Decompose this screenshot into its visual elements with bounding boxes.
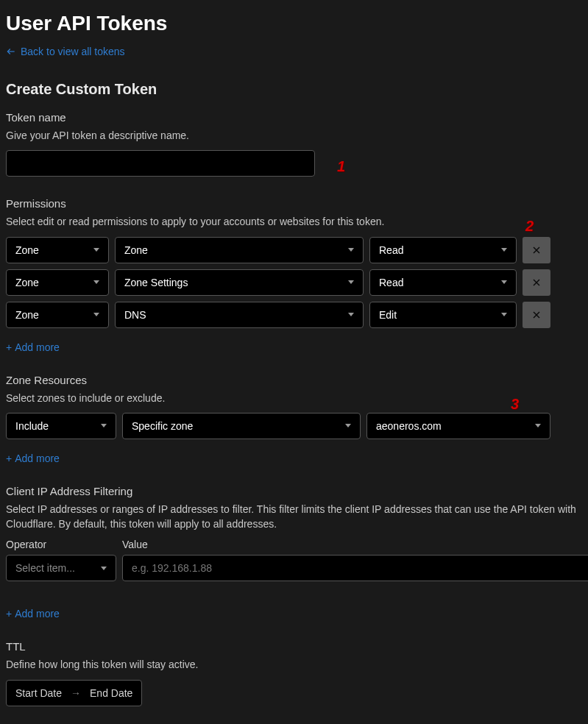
- ttl-start-label: Start Date: [15, 687, 62, 699]
- permission-action-select[interactable]: Read: [369, 237, 517, 263]
- permissions-desc: Select edit or read permissions to apply…: [6, 214, 582, 229]
- arrow-right-icon: →: [71, 687, 81, 699]
- plus-icon: +: [6, 452, 12, 464]
- close-icon: [531, 277, 542, 288]
- value-column-label: Value: [122, 539, 580, 550]
- back-link[interactable]: Back to view all tokens: [6, 46, 125, 57]
- add-more-label: Add more: [15, 341, 60, 353]
- zone-mode-select[interactable]: Include: [6, 413, 116, 439]
- add-permission-button[interactable]: + Add more: [6, 341, 60, 353]
- remove-permission-button[interactable]: [523, 269, 550, 296]
- zone-resources-section: Zone Resources Select zones to include o…: [6, 374, 582, 464]
- plus-icon: +: [6, 608, 12, 620]
- close-icon: [531, 309, 542, 321]
- ip-filtering-desc: Select IP addresses or ranges of IP addr…: [6, 502, 582, 532]
- zone-resources-label: Zone Resources: [6, 374, 582, 386]
- ip-operator-select[interactable]: Select item...: [6, 555, 116, 581]
- ip-filtering-label: Client IP Address Filtering: [6, 485, 582, 497]
- back-link-label: Back to view all tokens: [21, 46, 125, 57]
- ip-value-input[interactable]: [122, 555, 588, 581]
- add-more-label: Add more: [15, 452, 60, 464]
- token-name-section: Token name Give your API token a descrip…: [6, 111, 582, 177]
- permission-scope-select[interactable]: Zone: [6, 237, 109, 263]
- operator-column-label: Operator: [6, 539, 116, 550]
- remove-permission-button[interactable]: [523, 237, 550, 263]
- ttl-label: TTL: [6, 640, 582, 653]
- close-icon: [531, 244, 542, 256]
- ip-filtering-section: Client IP Address Filtering Select IP ad…: [6, 485, 582, 620]
- permission-resource-select[interactable]: DNS: [115, 302, 364, 328]
- zone-resource-row: Include Specific zone aeoneros.com: [6, 413, 550, 439]
- permissions-section: Permissions Select edit or read permissi…: [6, 197, 582, 352]
- permission-resource-select[interactable]: Zone Settings: [115, 269, 364, 296]
- add-ip-filter-button[interactable]: + Add more: [6, 608, 60, 620]
- token-name-input[interactable]: [6, 150, 315, 177]
- subtitle: Create Custom Token: [6, 81, 582, 98]
- zone-type-select[interactable]: Specific zone: [122, 413, 361, 439]
- annotation-1: 1: [337, 158, 345, 175]
- plus-icon: +: [6, 341, 12, 353]
- zone-resources-desc: Select zones to include or exclude.: [6, 391, 582, 405]
- permission-resource-select[interactable]: Zone: [115, 237, 364, 263]
- remove-permission-button[interactable]: [523, 302, 550, 328]
- permission-row: Zone DNS Edit: [6, 302, 550, 328]
- add-more-label: Add more: [15, 608, 60, 620]
- permissions-label: Permissions: [6, 197, 582, 210]
- token-name-desc: Give your API token a descriptive name.: [6, 128, 582, 143]
- add-zone-button[interactable]: + Add more: [6, 452, 60, 464]
- permission-action-select[interactable]: Read: [369, 269, 517, 296]
- permission-scope-select[interactable]: Zone: [6, 302, 109, 328]
- ttl-end-label: End Date: [90, 687, 132, 699]
- ip-filter-row: Select item...: [6, 555, 580, 581]
- zone-value-select[interactable]: aeoneros.com: [366, 413, 550, 439]
- permission-row: Zone Zone Read: [6, 237, 550, 263]
- page-title: User API Tokens: [6, 12, 582, 35]
- ttl-desc: Define how long this token will stay act…: [6, 657, 582, 672]
- token-name-label: Token name: [6, 111, 582, 124]
- arrow-left-icon: [6, 46, 16, 57]
- ttl-date-range[interactable]: Start Date → End Date: [6, 680, 142, 706]
- permission-action-select[interactable]: Edit: [369, 302, 517, 328]
- permission-scope-select[interactable]: Zone: [6, 269, 109, 296]
- permission-row: Zone Zone Settings Read: [6, 269, 550, 296]
- ttl-section: TTL Define how long this token will stay…: [6, 640, 582, 706]
